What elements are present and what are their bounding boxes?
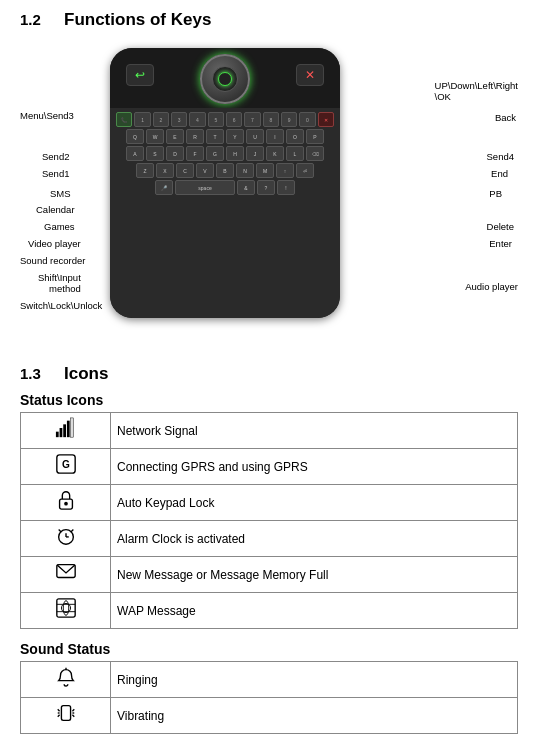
svg-rect-0 bbox=[55, 432, 58, 438]
sound-status-table: Ringing Vibrating bbox=[20, 661, 518, 734]
table-row: G Connecting GPRS and using GPRS bbox=[21, 449, 518, 485]
alarm-icon bbox=[55, 525, 77, 547]
status-icons-table: Network Signal G Connecting GPRS and usi… bbox=[20, 412, 518, 629]
label-switch-lock: Switch\Lock\Unlock bbox=[20, 300, 102, 311]
desc-gprs: Connecting GPRS and using GPRS bbox=[111, 449, 518, 485]
icon-cell-message bbox=[21, 557, 111, 593]
label-end: End bbox=[491, 168, 508, 179]
icon-cell-ring bbox=[21, 662, 111, 698]
svg-line-25 bbox=[72, 709, 74, 711]
desc-wap: WAP Message bbox=[111, 593, 518, 629]
section-12-header: 1.2 Functions of Keys bbox=[20, 10, 518, 30]
section-13-num: 1.3 bbox=[20, 365, 48, 382]
phone-body: ↩ ✕ 📞 1 2 3 4 5 6 7 8 9 0 ✕ bbox=[110, 48, 340, 318]
label-back: Back bbox=[495, 112, 516, 123]
sound-status-section: Sound Status Ringing bbox=[20, 641, 518, 734]
label-games: Games bbox=[44, 221, 75, 232]
svg-rect-15 bbox=[56, 599, 74, 617]
svg-rect-4 bbox=[70, 418, 73, 437]
table-row: WAP Message bbox=[21, 593, 518, 629]
desc-vibrating: Vibrating bbox=[111, 698, 518, 734]
icon-cell-wap bbox=[21, 593, 111, 629]
icon-cell-alarm bbox=[21, 521, 111, 557]
table-row: Ringing bbox=[21, 662, 518, 698]
keyboard-area: 📞 1 2 3 4 5 6 7 8 9 0 ✕ Q W E R T Y bbox=[110, 108, 340, 318]
label-calendar: Calendar bbox=[36, 204, 75, 215]
label-send2: Send2 bbox=[42, 151, 69, 162]
desc-alarm: Alarm Clock is activated bbox=[111, 521, 518, 557]
gprs-icon: G bbox=[55, 453, 77, 475]
wap-icon bbox=[55, 597, 77, 619]
svg-line-12 bbox=[58, 530, 61, 533]
table-row: New Message or Message Memory Full bbox=[21, 557, 518, 593]
desc-ringing: Ringing bbox=[111, 662, 518, 698]
sound-status-heading: Sound Status bbox=[20, 641, 518, 657]
icon-cell-signal bbox=[21, 413, 111, 449]
svg-line-24 bbox=[57, 715, 59, 717]
svg-point-8 bbox=[64, 502, 68, 506]
desc-message: New Message or Message Memory Full bbox=[111, 557, 518, 593]
svg-point-19 bbox=[63, 601, 69, 616]
desc-network-signal: Network Signal bbox=[111, 413, 518, 449]
ring-icon bbox=[55, 666, 77, 688]
svg-line-27 bbox=[72, 715, 74, 717]
section-12-title: Functions of Keys bbox=[64, 10, 211, 30]
message-icon bbox=[55, 561, 77, 583]
icon-cell-vibrate bbox=[21, 698, 111, 734]
label-up-down: UP\Down\Left\Right\OK bbox=[435, 80, 518, 103]
phone-diagram: Menu\Send3 Send2 Send1 SMS Calendar Game… bbox=[20, 38, 518, 348]
label-sound-recorder: Sound recorder bbox=[20, 255, 85, 266]
icon-cell-gprs: G bbox=[21, 449, 111, 485]
svg-text:G: G bbox=[62, 459, 70, 470]
label-delete: Delete bbox=[487, 221, 514, 232]
svg-rect-2 bbox=[63, 424, 66, 437]
icon-cell-lock bbox=[21, 485, 111, 521]
label-audio-player: Audio player bbox=[465, 281, 518, 292]
label-send1: Send1 bbox=[42, 168, 69, 179]
table-row: Vibrating bbox=[21, 698, 518, 734]
label-shift-input: Shift\Inputmethod bbox=[38, 272, 81, 295]
desc-lock: Auto Keypad Lock bbox=[111, 485, 518, 521]
lock-icon bbox=[55, 489, 77, 511]
label-send4: Send4 bbox=[487, 151, 514, 162]
svg-rect-21 bbox=[61, 706, 70, 721]
svg-line-13 bbox=[70, 530, 73, 533]
section-13-title: Icons bbox=[64, 364, 108, 384]
status-icons-section: Status Icons Network Signal G bbox=[20, 392, 518, 629]
signal-icon bbox=[55, 417, 77, 439]
section-13-header: 1.3 Icons bbox=[20, 364, 518, 384]
label-enter: Enter bbox=[489, 238, 512, 249]
label-menu-send3: Menu\Send3 bbox=[20, 110, 74, 121]
label-video-player: Video player bbox=[28, 238, 81, 249]
svg-rect-3 bbox=[66, 421, 69, 438]
svg-line-22 bbox=[57, 709, 59, 711]
vibrate-icon bbox=[55, 702, 77, 724]
svg-rect-1 bbox=[59, 428, 62, 437]
label-sms: SMS bbox=[50, 188, 71, 199]
status-icons-heading: Status Icons bbox=[20, 392, 518, 408]
table-row: Auto Keypad Lock bbox=[21, 485, 518, 521]
table-row: Alarm Clock is activated bbox=[21, 521, 518, 557]
section-12-num: 1.2 bbox=[20, 11, 48, 28]
label-pb: PB bbox=[489, 188, 502, 199]
table-row: Network Signal bbox=[21, 413, 518, 449]
